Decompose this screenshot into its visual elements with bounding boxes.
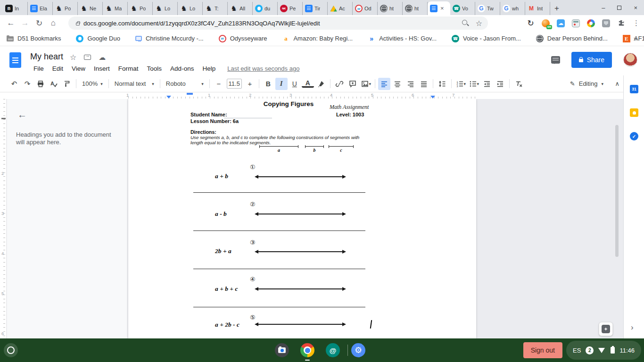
cube-extension-icon[interactable] — [602, 19, 610, 27]
puzzle-extensions-icon[interactable] — [617, 19, 625, 27]
menu-file[interactable]: File — [30, 64, 47, 73]
forward-button[interactable]: → — [18, 18, 32, 28]
browser-tab[interactable]: GTw — [475, 2, 500, 15]
browser-tab[interactable]: ht — [403, 2, 428, 15]
browser-tab[interactable]: Ac — [328, 2, 353, 15]
status-tray[interactable]: ES 2 11:46 — [566, 341, 641, 360]
browser-tab[interactable]: Tir — [303, 2, 328, 15]
show-side-panel-icon[interactable]: › — [631, 323, 634, 332]
last-edit-link[interactable]: Last edit was seconds ago — [227, 65, 299, 72]
browser-tab[interactable]: ♞Lo — [153, 2, 178, 15]
insert-link-button[interactable] — [333, 78, 346, 90]
first-line-indent-marker[interactable] — [187, 93, 193, 95]
window-extension-icon[interactable] — [572, 19, 580, 27]
browser-tab[interactable]: ♞Po — [128, 2, 153, 15]
editing-mode-select[interactable]: ✎Editing▾ — [570, 80, 603, 87]
bookmark-item[interactable]: aAmazon: Baby Regi... — [282, 35, 353, 42]
align-right-button[interactable] — [405, 78, 417, 90]
settings-app-icon[interactable]: ⚙ — [351, 343, 365, 357]
menu-help[interactable]: Help — [199, 64, 219, 73]
bookmark-item[interactable]: wOdysseyware — [219, 35, 267, 42]
browser-tab[interactable]: ♞Po — [53, 2, 78, 15]
close-window-button[interactable]: × — [634, 4, 637, 11]
undo-button[interactable]: ↶ — [8, 78, 20, 90]
insert-image-button[interactable]: ▾ — [360, 78, 372, 90]
reload-button[interactable]: ↻ — [32, 18, 46, 28]
bookmark-item[interactable]: »Activities - HS: Gov... — [368, 35, 437, 42]
browser-tab[interactable]: ht — [378, 2, 403, 15]
paint-format-button[interactable] — [61, 78, 73, 90]
decrease-font-size-button[interactable]: − — [213, 78, 225, 90]
browser-tab[interactable]: MInt — [525, 2, 550, 15]
spelling-check-button[interactable]: A — [48, 78, 60, 90]
move-to-folder-icon[interactable] — [84, 55, 91, 60]
underline-button[interactable]: U — [289, 78, 301, 90]
styles-select[interactable]: Normal text▾ — [112, 78, 157, 90]
browser-menu-icon[interactable]: ⋮ — [632, 19, 640, 27]
extension-icon-orange[interactable]: on — [542, 19, 550, 27]
new-tab-button[interactable]: + — [550, 2, 563, 15]
browser-tab[interactable]: ♞T: — [203, 2, 228, 15]
address-bar[interactable]: docs.google.com/document/d/1zyqqrdX0z3fC… — [68, 16, 488, 30]
left-indent-marker[interactable] — [166, 96, 171, 99]
bookmark-item[interactable]: D51 Bookmarks — [7, 35, 61, 42]
highlight-color-button[interactable] — [315, 78, 327, 90]
font-select[interactable]: Roboto▾ — [163, 78, 206, 90]
zoom-select[interactable]: 100%▾ — [79, 78, 106, 90]
user-avatar[interactable] — [623, 53, 637, 67]
document-page[interactable]: Copying Figures Math Assignment Level: 1… — [128, 99, 476, 338]
url-text[interactable]: docs.google.com/document/d/1zyqqrdX0z3fC… — [83, 20, 458, 27]
collapse-toolbar-icon[interactable]: ∧ — [615, 80, 619, 87]
menu-tools[interactable]: Tools — [144, 64, 165, 73]
cloud-extension-icon[interactable]: ☁ — [557, 19, 565, 27]
google-docs-icon[interactable] — [9, 52, 21, 68]
close-outline-icon[interactable]: ← — [17, 109, 27, 120]
align-center-button[interactable] — [391, 78, 404, 90]
camera-app-icon[interactable] — [275, 343, 289, 357]
line-spacing-button[interactable] — [436, 78, 448, 90]
text-color-button[interactable]: A — [302, 80, 314, 88]
menu-view[interactable]: View — [68, 64, 89, 73]
comments-icon[interactable] — [551, 56, 560, 64]
increase-indent-button[interactable] — [494, 78, 506, 90]
browser-tab[interactable]: ♞All — [228, 2, 253, 15]
browser-tab[interactable]: wOd — [353, 2, 378, 15]
align-justify-button[interactable] — [418, 78, 430, 90]
decrease-indent-button[interactable] — [481, 78, 493, 90]
clear-formatting-button[interactable] — [512, 78, 525, 90]
hangouts-app-icon[interactable]: @ — [326, 343, 340, 357]
back-button[interactable]: ← — [4, 18, 18, 28]
browser-tab[interactable]: BIn — [3, 2, 28, 15]
star-document-icon[interactable]: ☆ — [70, 53, 76, 62]
sign-out-button[interactable]: Sign out — [523, 342, 562, 358]
bookmark-item[interactable]: ☎Voice - Jason From... — [452, 35, 521, 42]
share-button[interactable]: Share — [571, 52, 612, 68]
bookmark-item[interactable]: Christine Mccurdy -... — [135, 35, 204, 42]
browser-tab[interactable]: NKPe — [278, 2, 303, 15]
browser-tab[interactable]: ♞Lo — [178, 2, 203, 15]
top-margin-marker[interactable] — [1, 118, 6, 119]
align-left-button[interactable] — [378, 78, 390, 90]
maps-extension-icon[interactable] — [587, 19, 595, 27]
redo-button[interactable]: ↷ — [21, 78, 33, 90]
bookmark-item[interactable]: Google Duo — [76, 35, 120, 42]
tab-close-icon[interactable]: × — [440, 5, 444, 12]
numbered-list-button[interactable]: 123▾ — [454, 78, 467, 90]
tasks-icon[interactable]: ✓ — [630, 132, 638, 140]
home-button[interactable]: ⌂ — [46, 18, 60, 28]
italic-button[interactable]: I — [275, 78, 288, 90]
minimize-button[interactable]: – — [602, 4, 605, 11]
browser-tab-active[interactable]: × — [428, 1, 450, 15]
chrome-app-icon[interactable] — [300, 343, 314, 357]
print-button[interactable] — [34, 78, 47, 90]
font-size-input[interactable]: 11.5 — [227, 79, 242, 89]
calendar-icon[interactable]: 31 — [630, 85, 638, 93]
browser-tab[interactable]: du — [253, 2, 278, 15]
sync-extension-icon[interactable]: ↻ — [527, 19, 535, 27]
menu-addons[interactable]: Add-ons — [167, 64, 197, 73]
browser-tab[interactable]: ☎Vo — [450, 2, 475, 15]
launcher-button[interactable] — [4, 343, 18, 357]
document-title[interactable]: My heart — [30, 52, 63, 62]
browser-tab[interactable]: ♞Ne — [78, 2, 103, 15]
bookmark-item[interactable]: Dear Person Behind... — [536, 35, 608, 42]
